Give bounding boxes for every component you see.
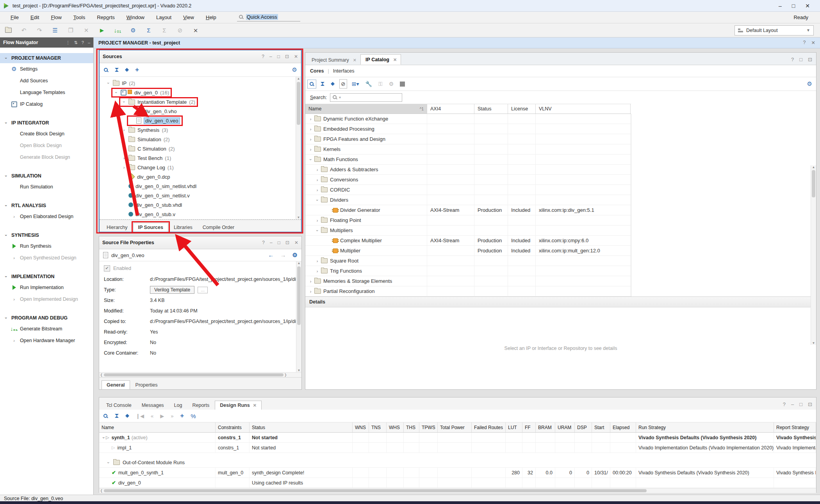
help-icon[interactable]: ?: [783, 401, 786, 407]
sum-icon[interactable]: Σ: [144, 26, 153, 35]
column-header-whs[interactable]: WHS: [387, 422, 404, 432]
float-panel-icon[interactable]: ⊡: [285, 240, 289, 245]
chevron-icon[interactable]: ›: [4, 56, 9, 60]
slash-disabled-icon[interactable]: ⊘: [176, 26, 184, 35]
tab-messages[interactable]: Messages: [137, 401, 169, 410]
chevron-icon[interactable]: ›: [315, 259, 319, 263]
run-row-impl_1[interactable]: ▷impl_1constrs_1Not startedVivado Implem…: [99, 443, 816, 453]
menu-view[interactable]: View: [177, 13, 200, 22]
maximize-panel-icon[interactable]: □: [278, 240, 280, 245]
tree-item-c-simulation[interactable]: ›C Simulation(2): [100, 144, 301, 153]
collapse-all-icon[interactable]: ⋮: [66, 40, 70, 45]
menu-layout[interactable]: Layout: [150, 13, 177, 22]
expand-all-icon[interactable]: [331, 82, 335, 86]
column-header-run-strategy[interactable]: Run Strategy: [636, 422, 774, 432]
sidebar-item-run-simulation[interactable]: Run Simulation: [0, 181, 93, 193]
customize-ip-icon[interactable]: 🔧: [365, 81, 372, 87]
menu-reports[interactable]: Reports: [91, 13, 121, 22]
chevron-icon[interactable]: ›: [315, 188, 319, 192]
filter-properties-icon[interactable]: ⊘: [341, 81, 346, 87]
tree-item-div-gen-0-sim-netlist-vhdl[interactable]: ›div_gen_0_sim_netlist.vhdl: [100, 181, 301, 191]
close-icon[interactable]: ✕: [811, 40, 815, 46]
maximize-panel-icon[interactable]: □: [277, 54, 280, 59]
minimize-panel-icon[interactable]: –: [88, 40, 90, 45]
generate-bitstream-icon[interactable]: ↓₀₁: [113, 26, 122, 35]
info-icon[interactable]: [400, 82, 405, 87]
column-header-elapsed[interactable]: Elapsed: [610, 422, 636, 432]
tree-item-simulation[interactable]: ›Simulation(2): [100, 135, 301, 144]
run-icon[interactable]: ▶: [98, 26, 106, 35]
sidebar-item-open-synthesized-design[interactable]: ›Open Synthesized Design: [0, 252, 93, 264]
expand-all-icon[interactable]: [125, 68, 129, 72]
column-header-name[interactable]: Name: [99, 422, 216, 432]
column-header-axi4[interactable]: AXI4: [427, 104, 474, 114]
chevron-icon[interactable]: ›: [122, 165, 126, 170]
chevron-icon[interactable]: ›: [122, 128, 126, 132]
minimize-panel-icon[interactable]: –: [791, 401, 794, 407]
tab-properties[interactable]: Properties: [131, 381, 162, 389]
run-row-div_gen_0[interactable]: ✔div_gen_0Using cached IP results: [99, 478, 816, 488]
chevron-icon[interactable]: ›: [315, 177, 319, 182]
browse-button[interactable]: …: [198, 287, 208, 293]
redo-icon[interactable]: ↷: [35, 26, 44, 35]
sfp-scrollbar[interactable]: ▲▼: [296, 261, 301, 372]
enabled-checkbox[interactable]: ✔: [104, 265, 110, 272]
tab-project-summary[interactable]: Project Summary✕: [307, 55, 360, 65]
sidebar-item-language-templates[interactable]: Language Templates: [0, 87, 93, 98]
help-icon[interactable]: ?: [791, 57, 794, 62]
resume-icon[interactable]: ▶: [160, 413, 164, 419]
tree-item-change-log[interactable]: ›Change Log(1): [100, 163, 301, 172]
chevron-icon[interactable]: ›: [308, 147, 313, 152]
search-icon[interactable]: [103, 413, 108, 419]
ip-row-embedded-processing[interactable]: ›Embedded Processing: [305, 124, 631, 134]
float-panel-icon[interactable]: ⊡: [285, 54, 289, 59]
tab-hierarchy[interactable]: Hierarchy: [102, 223, 132, 232]
sidebar-item-add-sources[interactable]: Add Sources: [0, 75, 93, 87]
collapse-all-icon[interactable]: [115, 414, 119, 418]
settings-gear-icon[interactable]: ⚙: [292, 66, 297, 73]
flow-section-header-rtl-analysis[interactable]: ›RTL ANALYSIS: [0, 201, 93, 211]
ip-catalog-scrollbar[interactable]: ▲ ▼: [811, 165, 816, 345]
sidebar-item-open-elaborated-design[interactable]: ›Open Elaborated Design: [0, 211, 93, 222]
tree-item-div-gen-0-veo[interactable]: ›div_gen_0.veo: [100, 116, 301, 125]
undo-icon[interactable]: ↶: [20, 26, 28, 35]
menu-flow[interactable]: Flow: [45, 13, 67, 22]
ip-row-memories-storage-elements[interactable]: ›Memories & Storage Elements: [305, 276, 631, 286]
chevron-icon[interactable]: ›: [315, 198, 320, 202]
menu-edit[interactable]: Edit: [25, 13, 45, 22]
help-icon[interactable]: ?: [803, 40, 806, 46]
add-sources-icon[interactable]: +: [135, 66, 139, 74]
ip-row-square-root[interactable]: ›Square Root: [305, 256, 631, 266]
chevron-icon[interactable]: ›: [4, 316, 9, 320]
ip-row-cordic[interactable]: ›CORDIC: [305, 185, 631, 195]
close-panel-icon[interactable]: ✕: [294, 240, 298, 245]
tab-compile-order[interactable]: Compile Order: [198, 223, 239, 232]
ip-row-kernels[interactable]: ›Kernels: [305, 144, 631, 154]
tab-log[interactable]: Log: [169, 401, 187, 410]
search-icon[interactable]: [103, 67, 109, 73]
ip-row-dividers[interactable]: ›Dividers: [305, 195, 631, 205]
percent-icon[interactable]: %: [191, 413, 196, 419]
minimize-panel-icon[interactable]: –: [269, 54, 272, 59]
maximize-icon[interactable]: □: [792, 3, 795, 9]
chevron-icon[interactable]: ›: [308, 117, 313, 121]
tree-item-div-gen-0-stub-v[interactable]: ›div_gen_0_stub.v: [100, 209, 301, 219]
chevron-icon[interactable]: ›: [114, 91, 119, 95]
paste-icon[interactable]: ❐: [66, 26, 75, 35]
sidebar-item-settings[interactable]: ⚙Settings: [0, 63, 93, 75]
menu-tools[interactable]: Tools: [68, 13, 91, 22]
chevron-icon[interactable]: ›: [308, 137, 313, 142]
chevron-icon[interactable]: ›: [122, 156, 126, 160]
tree-item-div-gen-0-sim-netlist-v[interactable]: ›div_gen_0_sim_netlist.v: [100, 191, 301, 200]
tab-tcl-console[interactable]: Tcl Console: [102, 401, 136, 410]
column-header-uram[interactable]: URAM: [555, 422, 575, 432]
ip-row-floating-point[interactable]: ›Floating Point: [305, 215, 631, 225]
step-forward-icon[interactable]: »: [171, 413, 173, 419]
chevron-icon[interactable]: ›: [315, 218, 319, 223]
chevron-icon[interactable]: ›: [308, 127, 313, 131]
hierarchy-view-icon[interactable]: ⊞▾: [352, 81, 359, 87]
maximize-panel-icon[interactable]: □: [799, 401, 802, 407]
subtab-cores[interactable]: Cores: [310, 68, 324, 74]
tab-design-runs[interactable]: Design Runs✕: [215, 401, 262, 410]
close-panel-icon[interactable]: ✕: [294, 54, 298, 59]
